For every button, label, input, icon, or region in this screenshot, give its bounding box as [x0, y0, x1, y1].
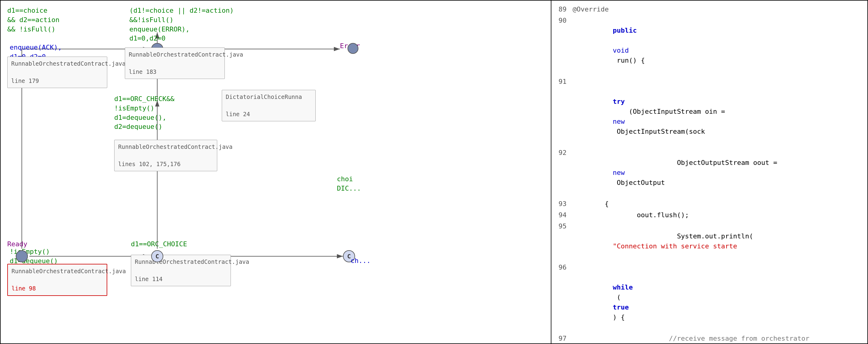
code-content-93: { [572, 199, 867, 209]
line-num-93: 93 [551, 199, 572, 209]
source-box-6-highlighted: RunnableOrchestratedContract.java line 9… [7, 264, 107, 296]
code-line-97: 97 //receive message from orchestrator [551, 333, 867, 344]
top-mid-condition-label: (d1!=choice || d2!=action) &&!isFull() e… [129, 6, 234, 43]
source-box-2-lines: line 183 [129, 68, 157, 75]
source-box-2: RunnableOrchestratedContract.java line 1… [125, 47, 225, 79]
code-line-91: 91 try (ObjectInputStream oin = new Obje… [551, 76, 867, 147]
code-content-90: public void run() { [572, 15, 867, 75]
code-line-94: 94 oout.flush(); [551, 209, 867, 220]
source-box-5: RunnableOrchestratedContract.java line 1… [131, 255, 231, 286]
code-panel: 89 @Override 90 public void run() { 91 t… [551, 0, 868, 344]
code-line-96: 96 while ( true ) { [551, 262, 867, 333]
bottom-left-c-node: C [151, 250, 163, 262]
source-box-2-filename: RunnableOrchestratedContract.java [129, 51, 243, 58]
line-num-95: 95 [551, 221, 572, 231]
ready-node [16, 250, 28, 262]
source-box-1-filename: RunnableOrchestratedContract.java [11, 60, 126, 67]
source-box-3-filename: RunnableOrchestratedContract.java [118, 143, 233, 150]
mid-left-condition-label: d1==ORC_CHECK&& !isEmpty() d1=dequeue(),… [114, 94, 175, 132]
code-line-89: 89 @Override [551, 4, 867, 15]
code-content-96: while ( true ) { [572, 262, 867, 332]
top-left-condition-label: d1==choice && d2==action && !isFull() [7, 6, 59, 34]
bottom-right-label: ch... [350, 256, 371, 266]
code-content-95: System.out.println( "Connection with ser… [572, 221, 867, 261]
line-num-89: 89 [551, 4, 572, 14]
source-box-6-lines: line 98 [11, 285, 36, 291]
code-line-93: 93 { [551, 198, 867, 209]
source-box-4-lines: line 24 [226, 111, 250, 117]
code-content-94: oout.flush(); [572, 210, 867, 220]
code-content-97: //receive message from orchestrator [572, 334, 867, 343]
line-num-96: 96 [551, 262, 572, 272]
code-line-90: 90 public void run() { [551, 15, 867, 76]
main-container: d1==choice && d2==action && !isFull() en… [0, 0, 868, 344]
source-box-3-lines: lines 102, 175,176 [118, 161, 181, 167]
line-num-92: 92 [551, 148, 572, 158]
code-line-95: 95 System.out.println( "Connection with … [551, 220, 867, 262]
source-box-1-lines: line 179 [11, 77, 39, 84]
code-line-92: 92 ObjectOutputStream oout = new ObjectO… [551, 147, 867, 198]
source-box-1: RunnableOrchestratedContract.java line 1… [7, 57, 107, 88]
diagram-panel: d1==choice && d2==action && !isFull() en… [0, 0, 551, 344]
source-box-5-lines: line 114 [135, 276, 163, 282]
source-box-4: DictatorialChoiceRunna line 24 [222, 90, 316, 121]
code-lines: 89 @Override 90 public void run() { 91 t… [551, 1, 867, 344]
code-content-89: @Override [572, 4, 867, 14]
line-num-91: 91 [551, 76, 572, 87]
line-num-97: 97 [551, 334, 572, 343]
error-node [347, 43, 359, 54]
mid-right-choice-label: choiDIC... [337, 175, 361, 193]
source-box-6-filename: RunnableOrchestratedContract.java [11, 268, 126, 274]
code-content-92: ObjectOutputStream oout = new ObjectOutp… [572, 148, 867, 198]
source-box-3: RunnableOrchestratedContract.java lines … [114, 140, 217, 171]
code-content-91: try (ObjectInputStream oin = new ObjectI… [572, 76, 867, 146]
line-num-90: 90 [551, 15, 572, 26]
bottom-condition-label: d1==ORC_CHOICE [131, 240, 187, 249]
source-box-4-filename: DictatorialChoiceRunna [226, 94, 302, 100]
line-num-94: 94 [551, 210, 572, 220]
